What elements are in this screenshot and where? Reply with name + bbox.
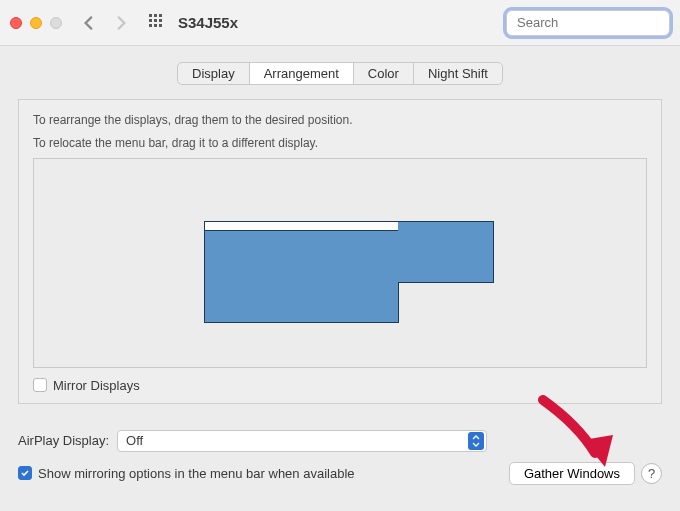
show-mirroring-checkbox[interactable] <box>18 466 32 480</box>
instruction-line-1: To rearrange the displays, drag them to … <box>33 112 647 129</box>
svg-rect-2 <box>159 14 162 17</box>
arrangement-box: To rearrange the displays, drag them to … <box>18 99 662 404</box>
help-button[interactable]: ? <box>641 463 662 484</box>
mirror-label: Mirror Displays <box>53 378 140 393</box>
gather-windows-button[interactable]: Gather Windows <box>509 462 635 485</box>
instruction-line-2: To relocate the menu bar, drag it to a d… <box>33 135 647 152</box>
window-title: S34J55x <box>178 14 238 31</box>
airplay-value: Off <box>126 433 143 448</box>
close-icon[interactable] <box>10 17 22 29</box>
svg-rect-6 <box>149 24 152 27</box>
search-field[interactable] <box>506 10 670 36</box>
mirror-row: Mirror Displays <box>33 378 647 393</box>
forward-icon[interactable] <box>112 14 130 32</box>
back-icon[interactable] <box>80 14 98 32</box>
nav-buttons <box>80 14 130 32</box>
titlebar: S34J55x <box>0 0 680 46</box>
window-controls <box>10 17 62 29</box>
show-mirroring-label: Show mirroring options in the menu bar w… <box>38 466 355 481</box>
svg-rect-0 <box>149 14 152 17</box>
mirror-checkbox[interactable] <box>33 378 47 392</box>
airplay-row: AirPlay Display: Off <box>18 430 662 452</box>
zoom-icon <box>50 17 62 29</box>
tabs: Display Arrangement Color Night Shift <box>177 62 503 85</box>
svg-rect-5 <box>159 19 162 22</box>
display-primary[interactable] <box>204 221 399 323</box>
show-all-icon[interactable] <box>148 13 164 32</box>
search-input[interactable] <box>517 15 680 30</box>
display-canvas[interactable] <box>33 158 647 368</box>
chevron-updown-icon <box>468 432 484 450</box>
bottom-row: Show mirroring options in the menu bar w… <box>18 462 662 485</box>
airplay-label: AirPlay Display: <box>18 433 109 448</box>
svg-rect-7 <box>154 24 157 27</box>
svg-rect-4 <box>154 19 157 22</box>
svg-rect-3 <box>149 19 152 22</box>
display-secondary[interactable] <box>398 221 494 283</box>
tab-night-shift[interactable]: Night Shift <box>414 63 502 84</box>
tab-display[interactable]: Display <box>178 63 250 84</box>
tab-color[interactable]: Color <box>354 63 414 84</box>
svg-rect-8 <box>159 24 162 27</box>
airplay-select[interactable]: Off <box>117 430 487 452</box>
svg-rect-1 <box>154 14 157 17</box>
tab-arrangement[interactable]: Arrangement <box>250 63 354 84</box>
minimize-icon[interactable] <box>30 17 42 29</box>
